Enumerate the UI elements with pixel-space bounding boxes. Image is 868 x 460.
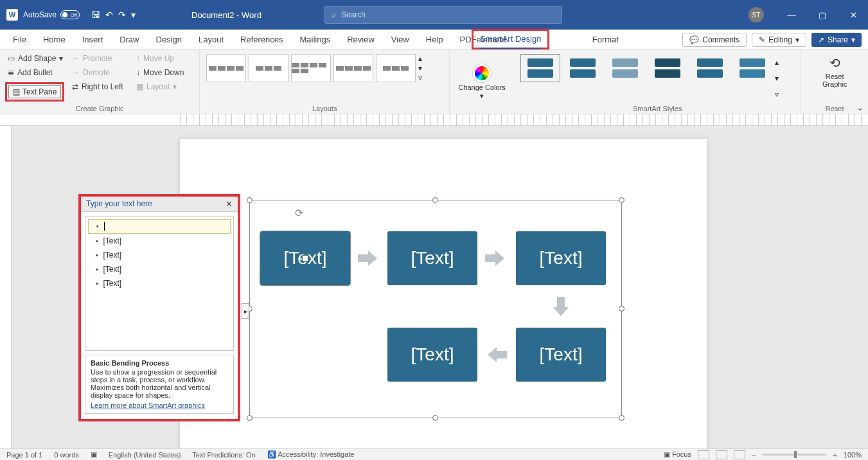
- resize-handle[interactable]: [619, 197, 624, 203]
- smartart-shape-1[interactable]: [Text]: [260, 231, 350, 285]
- user-avatar[interactable]: ST: [748, 7, 764, 22]
- smartart-shape-5[interactable]: [Text]: [387, 328, 477, 382]
- smartart-shape-3[interactable]: [Text]: [516, 231, 606, 285]
- add-bullet-button[interactable]: ≣ Add Bullet: [5, 67, 69, 78]
- move-up-button[interactable]: ↑ Move Up: [134, 53, 186, 64]
- smartart-style-2[interactable]: [563, 54, 603, 82]
- search-box[interactable]: ⌕ Search: [324, 6, 562, 24]
- tab-layout[interactable]: Layout: [197, 31, 225, 48]
- zoom-out-button[interactable]: −: [752, 451, 756, 459]
- redo-icon[interactable]: ↷: [118, 10, 126, 20]
- restore-button[interactable]: ▢: [808, 0, 837, 30]
- text-pane-item-3[interactable]: •[Text]: [88, 248, 231, 262]
- save-icon[interactable]: 🖫: [91, 10, 100, 20]
- highlight-text-pane: ▤ Text Pane: [5, 82, 64, 102]
- text-pane-item-4[interactable]: •[Text]: [88, 262, 231, 276]
- undo-icon[interactable]: ↶: [105, 10, 113, 20]
- smartart-style-6[interactable]: [732, 54, 772, 82]
- resize-handle[interactable]: [619, 415, 624, 421]
- tab-draw[interactable]: Draw: [118, 31, 140, 48]
- smartart-shape-4[interactable]: [Text]: [516, 328, 606, 382]
- resize-handle[interactable]: [247, 197, 252, 203]
- styles-more-icon[interactable]: ▿: [775, 90, 779, 99]
- smartart-style-1[interactable]: [520, 54, 560, 82]
- resize-handle[interactable]: [619, 306, 624, 312]
- rotate-handle-icon[interactable]: ⟳: [295, 207, 303, 219]
- status-bar: Page 1 of 1 0 words ▣ English (United St…: [0, 448, 868, 460]
- text-pane-list[interactable]: • •[Text] •[Text] •[Text] •[Text]: [85, 216, 234, 351]
- styles-scroll-down-icon[interactable]: ▾: [775, 74, 779, 83]
- resize-handle[interactable]: [432, 415, 438, 421]
- ribbon: ▭ Add Shape ▾ ≣ Add Bullet ← Promote → D…: [0, 50, 868, 114]
- tab-file[interactable]: File: [12, 31, 28, 48]
- text-pane-item-1[interactable]: •: [88, 219, 231, 234]
- tab-home[interactable]: Home: [42, 31, 67, 48]
- add-shape-button[interactable]: ▭ Add Shape ▾: [5, 53, 69, 64]
- status-predictions[interactable]: Text Predictions: On: [192, 451, 255, 459]
- smartart-style-4[interactable]: [648, 54, 687, 82]
- layouts-scroll-down-icon[interactable]: ▾: [418, 64, 422, 73]
- status-language[interactable]: English (United States): [109, 451, 181, 459]
- tab-references[interactable]: References: [239, 31, 284, 48]
- smartart-shape-2[interactable]: [Text]: [387, 231, 477, 285]
- reset-graphic-button[interactable]: ⟲ Reset Graphic: [806, 53, 863, 91]
- layout-button[interactable]: ▦ Layout ▾: [134, 81, 186, 93]
- change-colors-button[interactable]: Change Colors ▾: [450, 50, 514, 114]
- layout-option-1[interactable]: [206, 54, 246, 82]
- view-read-mode-icon[interactable]: [698, 450, 709, 459]
- focus-mode-button[interactable]: ▣ Focus: [664, 450, 691, 459]
- tab-smartart-design[interactable]: SmartArt Design: [479, 30, 542, 49]
- share-button[interactable]: ↗ Share ▾: [811, 33, 862, 47]
- smartart-style-5[interactable]: [690, 54, 730, 82]
- layout-option-3[interactable]: [291, 54, 331, 82]
- promote-button[interactable]: ← Promote: [69, 53, 134, 64]
- color-wheel-icon: [473, 64, 491, 82]
- status-words[interactable]: 0 words: [54, 451, 79, 459]
- status-accessibility[interactable]: ♿ Accessibility: Investigate: [267, 450, 355, 459]
- status-page[interactable]: Page 1 of 1: [6, 451, 42, 459]
- autosave-switch[interactable]: Off: [60, 10, 80, 19]
- move-down-button[interactable]: ↓ Move Down: [134, 67, 186, 78]
- text-pane-toggle-tab[interactable]: ▸: [242, 303, 249, 319]
- layouts-more-icon[interactable]: ▿: [418, 73, 422, 82]
- smartart-style-3[interactable]: [605, 54, 645, 82]
- editing-mode-button[interactable]: ✎ Editing ▾: [752, 33, 806, 47]
- styles-scroll-up-icon[interactable]: ▴: [775, 58, 779, 67]
- tab-help[interactable]: Help: [425, 31, 445, 48]
- text-pane-info-link[interactable]: Learn more about SmartArt graphics: [91, 402, 205, 409]
- tab-insert[interactable]: Insert: [81, 31, 105, 48]
- view-print-layout-icon[interactable]: [716, 450, 727, 459]
- tab-review[interactable]: Review: [346, 31, 376, 48]
- tab-design[interactable]: Design: [155, 31, 183, 48]
- autosave-toggle[interactable]: AutoSave Off: [23, 10, 80, 19]
- tab-mailings[interactable]: Mailings: [299, 31, 332, 48]
- demote-button[interactable]: → Demote: [69, 67, 134, 78]
- layout-option-2[interactable]: [249, 54, 288, 82]
- document-canvas[interactable]: ⟳ ▸ [Text] [Text] [Text] [Text] [Text] T…: [12, 126, 868, 448]
- qat-customize-icon[interactable]: ▾: [131, 10, 136, 20]
- autosave-label: AutoSave: [23, 10, 57, 19]
- collapse-ribbon-icon[interactable]: ⌄: [856, 102, 864, 112]
- text-pane-item-5[interactable]: •[Text]: [88, 276, 231, 290]
- comments-button[interactable]: 💬 Comments: [682, 33, 747, 47]
- close-button[interactable]: ✕: [838, 0, 868, 30]
- text-pane-button[interactable]: ▤ Text Pane: [8, 85, 61, 98]
- text-pane-close-icon[interactable]: ✕: [226, 199, 233, 209]
- spellcheck-icon[interactable]: ▣: [91, 450, 97, 459]
- word-app-icon: W: [6, 9, 18, 21]
- zoom-level[interactable]: 100%: [844, 451, 862, 459]
- right-to-left-button[interactable]: ⇄ Right to Left: [69, 81, 134, 93]
- text-pane-item-2[interactable]: •[Text]: [88, 234, 231, 248]
- minimize-button[interactable]: —: [777, 0, 806, 30]
- tab-format[interactable]: Format: [591, 31, 620, 48]
- resize-handle[interactable]: [247, 415, 252, 421]
- layouts-scroll-up-icon[interactable]: ▴: [418, 54, 422, 63]
- smartart-selection-frame[interactable]: ⟳ ▸ [Text] [Text] [Text] [Text] [Text]: [249, 200, 622, 418]
- zoom-in-button[interactable]: +: [833, 451, 837, 459]
- resize-handle[interactable]: [432, 197, 438, 203]
- layout-option-4[interactable]: [333, 54, 373, 82]
- zoom-slider[interactable]: [762, 454, 826, 456]
- layout-option-5[interactable]: [376, 54, 416, 82]
- view-web-layout-icon[interactable]: [734, 450, 745, 459]
- tab-view[interactable]: View: [390, 31, 411, 48]
